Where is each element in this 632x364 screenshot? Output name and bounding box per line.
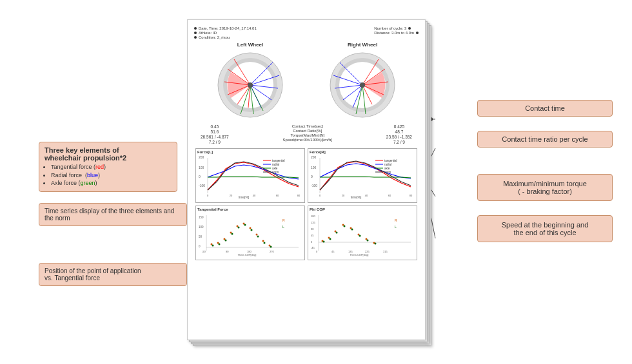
svg-text:90: 90 bbox=[226, 250, 229, 253]
svg-point-115 bbox=[251, 229, 253, 231]
num-cycles-label: Number of cycle: 3 bbox=[374, 26, 406, 30]
svg-point-107 bbox=[262, 240, 264, 242]
svg-text:tangential: tangential bbox=[384, 159, 397, 162]
svg-point-150 bbox=[375, 243, 377, 245]
right-contact-time: 0.425 bbox=[394, 124, 404, 129]
svg-text:45: 45 bbox=[311, 234, 314, 237]
svg-point-106 bbox=[256, 234, 258, 236]
right-wheel-label: Right Wheel bbox=[348, 42, 377, 48]
svg-text:60: 60 bbox=[276, 194, 279, 197]
right-annotation-3: Maximum/minimum torque( - braking factor… bbox=[477, 174, 613, 201]
svg-point-148 bbox=[359, 235, 361, 237]
right-label-4: Speed at the beginning andthe end of thi… bbox=[502, 221, 589, 236]
right-wheel-container: Right Wheel bbox=[327, 42, 398, 120]
svg-point-149 bbox=[367, 240, 369, 242]
svg-point-118 bbox=[270, 246, 272, 248]
svg-text:270: 270 bbox=[270, 250, 274, 253]
svg-text:axle: axle bbox=[384, 167, 390, 170]
left-contact-time: 0.45 bbox=[211, 124, 219, 129]
annotation-list-1: Tangential force (red) Radial force (blu… bbox=[51, 163, 172, 187]
svg-text:norm: norm bbox=[384, 171, 391, 174]
svg-point-146 bbox=[344, 225, 346, 227]
svg-text:225: 225 bbox=[365, 250, 370, 253]
svg-point-117 bbox=[264, 242, 266, 244]
svg-point-31 bbox=[248, 82, 253, 88]
svg-text:radial: radial bbox=[384, 163, 391, 166]
right-label-1: Contact time bbox=[525, 104, 565, 112]
stats-center: Contact Time[sec] Contact Ratio[%] Torqu… bbox=[283, 124, 332, 144]
svg-text:100: 100 bbox=[311, 166, 317, 169]
svg-point-112 bbox=[232, 233, 233, 235]
force-r-svg: 200 100 0 -100 time[%] 0 20 40 60 80 bbox=[310, 155, 415, 200]
right-label-2: Contact time ratio per cycle bbox=[502, 135, 588, 143]
right-torque: 23.58 / -1.352 bbox=[386, 135, 412, 139]
svg-point-144 bbox=[330, 238, 331, 240]
wheels-section: Left Wheel bbox=[194, 42, 419, 120]
athlete-label: Athlete: ID bbox=[199, 31, 217, 35]
annotation-text-3: Position of the point of applicationvs. … bbox=[44, 267, 141, 282]
svg-point-105 bbox=[250, 227, 252, 229]
svg-text:norm: norm bbox=[272, 171, 279, 174]
phi-cop-title: Phi COP bbox=[310, 207, 415, 211]
svg-point-110 bbox=[219, 244, 221, 245]
left-torque: 26.561 / -4.877 bbox=[201, 135, 229, 139]
svg-text:L: L bbox=[282, 225, 284, 229]
annotation-box-3: Position of the point of applicationvs. … bbox=[39, 263, 187, 286]
svg-text:135: 135 bbox=[311, 221, 315, 224]
svg-text:20: 20 bbox=[342, 194, 345, 197]
svg-text:axle: axle bbox=[272, 167, 278, 170]
svg-text:315: 315 bbox=[383, 250, 388, 253]
force-r-title: Force[R] bbox=[310, 150, 415, 154]
right-annotation-4: Speed at the beginning andthe end of thi… bbox=[477, 215, 613, 242]
svg-text:0: 0 bbox=[311, 240, 313, 244]
doc-front: Date, Time: 2019-10-24_17:14:01 Athlete:… bbox=[187, 19, 426, 340]
annotation-box-2: Time series display of the three element… bbox=[39, 203, 187, 226]
force-l-chart: Force[L] 200 100 0 -100 time[%] 0 20 40 bbox=[195, 148, 305, 203]
label-speed: Speed(time:0%/100%)[km/h] bbox=[283, 138, 332, 142]
svg-text:100: 100 bbox=[199, 225, 204, 229]
force-l-svg: 200 100 0 -100 time[%] 0 20 40 60 80 bbox=[197, 155, 303, 200]
svg-point-145 bbox=[336, 232, 338, 234]
svg-text:180: 180 bbox=[311, 215, 315, 218]
svg-text:tangential: tangential bbox=[272, 159, 285, 162]
svg-text:80: 80 bbox=[297, 194, 301, 197]
svg-text:R: R bbox=[395, 218, 397, 222]
left-wheel-label: Left Wheel bbox=[237, 42, 263, 48]
charts-grid: Force[L] 200 100 0 -100 time[%] 0 20 40 bbox=[194, 148, 419, 260]
left-wheel-container: Left Wheel bbox=[215, 42, 286, 120]
tangential-force-title: Tangential Force bbox=[197, 207, 303, 211]
svg-text:0: 0 bbox=[319, 194, 321, 197]
doc-header: Date, Time: 2019-10-24_17:14:01 Athlete:… bbox=[194, 26, 419, 39]
right-annotation-2: Contact time ratio per cycle bbox=[477, 131, 613, 148]
svg-text:200: 200 bbox=[311, 155, 317, 159]
tangential-force-svg: 150 100 50 0 Theta COP[deg] -90 90 180 2… bbox=[197, 212, 303, 257]
svg-text:150: 150 bbox=[199, 216, 204, 219]
svg-point-111 bbox=[225, 240, 227, 242]
svg-text:L: L bbox=[395, 225, 397, 229]
svg-point-143 bbox=[323, 241, 325, 243]
svg-text:Theta COP[deg]: Theta COP[deg] bbox=[350, 253, 369, 256]
right-annotation-1: Contact time bbox=[477, 100, 613, 117]
annotation-text-2: Time series display of the three element… bbox=[44, 207, 174, 222]
svg-text:Theta COP[deg]: Theta COP[deg] bbox=[238, 253, 257, 256]
date-time-label: Date, Time: 2019-10-24_17:14:01 bbox=[199, 26, 257, 30]
right-wheel-svg bbox=[327, 50, 398, 120]
svg-text:50: 50 bbox=[199, 235, 202, 238]
svg-text:radial: radial bbox=[272, 163, 279, 166]
left-wheel-svg bbox=[215, 50, 286, 120]
right-speed: 7.2 / 9 bbox=[393, 140, 405, 144]
label-contact-ratio: Contact Ratio[%] bbox=[293, 129, 322, 133]
tangential-force-chart: Tangential Force 150 100 50 0 Theta COP[… bbox=[195, 206, 305, 260]
svg-text:40: 40 bbox=[253, 194, 256, 197]
svg-text:40: 40 bbox=[365, 194, 368, 197]
svg-text:80: 80 bbox=[410, 194, 413, 197]
svg-text:0: 0 bbox=[207, 194, 209, 197]
label-torque: Torque(Max/Min)[N] bbox=[290, 133, 324, 137]
svg-point-116 bbox=[257, 236, 259, 238]
svg-text:R: R bbox=[282, 218, 285, 222]
main-container: Three key elements ofwheelchair propulsi… bbox=[0, 0, 632, 364]
svg-text:0: 0 bbox=[199, 245, 201, 248]
svg-text:45: 45 bbox=[331, 250, 335, 253]
annotation-box-1: Three key elements ofwheelchair propulsi… bbox=[39, 142, 177, 192]
label-contact-time: Contact Time[sec] bbox=[292, 124, 323, 128]
